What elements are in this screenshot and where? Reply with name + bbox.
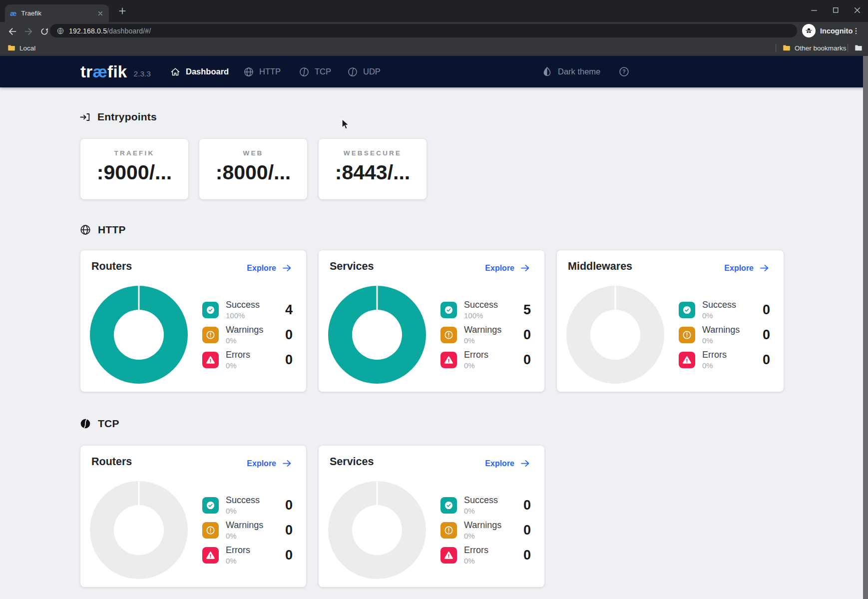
tcp-icon — [79, 418, 91, 430]
warning-icon — [202, 522, 219, 539]
version-label: 2.3.3 — [134, 69, 151, 78]
legend-percent: 0% — [464, 507, 498, 515]
stat-value: 0 — [285, 322, 293, 347]
bookmark-other[interactable]: Other bookmarks — [782, 40, 847, 56]
legend-label: Success — [226, 300, 260, 310]
explore-link[interactable]: Explore — [247, 263, 292, 273]
explore-link[interactable]: Explore — [247, 458, 292, 469]
bookmark-local[interactable]: Local — [7, 40, 35, 56]
legend-percent: 0% — [226, 557, 250, 565]
legend-label: Warnings — [464, 325, 501, 335]
arrow-right-icon — [759, 263, 770, 273]
explore-label: Explore — [485, 264, 514, 273]
entrypoint-card-websecure: WEBSECURE :8443/... — [319, 139, 427, 199]
traefik-navbar: træfik 2.3.3 Dashboard HTTP TCP UDP Dark… — [0, 56, 868, 87]
legend-row-warnings: Warnings0% — [440, 322, 501, 347]
stat-value: 0 — [763, 322, 770, 347]
explore-link[interactable]: Explore — [485, 263, 530, 273]
error-icon — [202, 352, 219, 368]
forward-button[interactable] — [22, 25, 35, 38]
tcp-heading: TCP — [79, 418, 119, 430]
dark-theme-toggle[interactable]: Dark theme — [541, 56, 600, 87]
nav-udp[interactable]: UDP — [347, 56, 381, 87]
legend-percent: 0% — [226, 336, 263, 345]
maximize-button[interactable] — [825, 0, 847, 20]
legend-row-errors: Errors0% — [202, 347, 250, 372]
tab-title: Traefik — [21, 9, 97, 17]
nav-tcp[interactable]: TCP — [299, 56, 331, 87]
stat-value: 0 — [523, 518, 531, 543]
traefik-logo[interactable]: træfik 2.3.3 — [80, 56, 151, 87]
divider — [776, 44, 776, 52]
legend-row-success: Success0% — [440, 493, 498, 518]
http-routers-card: Routers Explore Success100% Warnings0% E… — [80, 250, 306, 392]
legend-row-success: Success0% — [202, 493, 260, 518]
legend-label: Errors — [226, 350, 250, 360]
explore-link[interactable]: Explore — [485, 458, 530, 469]
entrypoint-name: TRAEFIK — [80, 149, 188, 157]
status-donut-chart — [90, 481, 188, 579]
stat-value: 0 — [285, 543, 293, 568]
legend-label: Success — [464, 300, 498, 310]
entrypoint-port: :8443/... — [319, 161, 427, 184]
minimize-button[interactable] — [804, 0, 825, 20]
arrow-right-icon — [282, 458, 292, 469]
legend-label: Success — [226, 495, 260, 506]
site-info-icon[interactable] — [56, 27, 64, 35]
legend-row-success: Success100% — [440, 297, 498, 322]
tab-close-icon[interactable] — [97, 10, 104, 17]
entrypoints-icon — [79, 111, 91, 123]
http-heading: HTTP — [79, 224, 126, 236]
browser-menu-button[interactable] — [852, 24, 861, 37]
legend-row-success: Success0% — [679, 297, 736, 322]
arrow-right-icon — [282, 263, 292, 273]
legend-row-warnings: Warnings0% — [679, 322, 740, 347]
section-title: HTTP — [98, 224, 126, 236]
success-icon — [440, 302, 457, 318]
browser-toolbar: 192.168.0.5/dashboard/#/ Incognito — [0, 22, 868, 40]
legend-percent: 0% — [464, 336, 501, 345]
folder-icon — [7, 43, 16, 52]
status-donut-chart — [90, 286, 188, 384]
close-window-button[interactable] — [847, 0, 868, 20]
nav-label: HTTP — [259, 67, 281, 76]
card-title: Routers — [91, 456, 132, 468]
stat-value: 0 — [523, 347, 531, 372]
entrypoint-name: WEB — [199, 149, 307, 157]
bookmarks-folder-icon[interactable] — [854, 40, 863, 56]
reload-button[interactable] — [38, 25, 51, 38]
section-title: TCP — [98, 418, 119, 430]
status-donut-chart — [566, 286, 664, 384]
error-icon — [202, 547, 219, 564]
legend-percent: 0% — [226, 507, 260, 515]
browser-tab[interactable]: æ Traefik — [5, 4, 109, 22]
legend-percent: 0% — [226, 361, 250, 370]
explore-label: Explore — [724, 264, 754, 273]
explore-link[interactable]: Explore — [724, 263, 770, 273]
success-icon — [679, 302, 695, 318]
vertical-scrollbar[interactable] — [863, 56, 868, 599]
tcp-icon — [299, 66, 310, 77]
address-bar[interactable]: 192.168.0.5/dashboard/#/ — [50, 24, 797, 37]
entrypoint-port: :8000/... — [199, 161, 307, 184]
nav-dashboard[interactable]: Dashboard — [170, 56, 229, 87]
browser-tab-strip: æ Traefik — [0, 0, 868, 22]
legend-row-errors: Errors0% — [202, 543, 250, 568]
tcp-services-card: Services Explore Success0% Warnings0% Er… — [319, 446, 544, 587]
nav-http[interactable]: HTTP — [243, 56, 281, 87]
status-donut-chart — [328, 481, 426, 579]
entrypoint-card-traefik: TRAEFIK :9000/... — [80, 139, 188, 199]
legend-label: Warnings — [226, 325, 263, 335]
legend-row-errors: Errors0% — [440, 347, 488, 372]
stat-value: 5 — [523, 297, 531, 322]
legend-label: Success — [464, 495, 498, 506]
window-controls — [804, 0, 868, 20]
stat-value: 0 — [285, 493, 293, 518]
back-button[interactable] — [6, 25, 19, 38]
legend-label: Warnings — [226, 520, 263, 531]
success-icon — [440, 497, 457, 514]
legend-percent: 0% — [464, 557, 488, 565]
stat-value: 0 — [523, 543, 531, 568]
new-tab-button[interactable] — [117, 6, 127, 16]
help-button[interactable]: ? — [618, 56, 630, 87]
